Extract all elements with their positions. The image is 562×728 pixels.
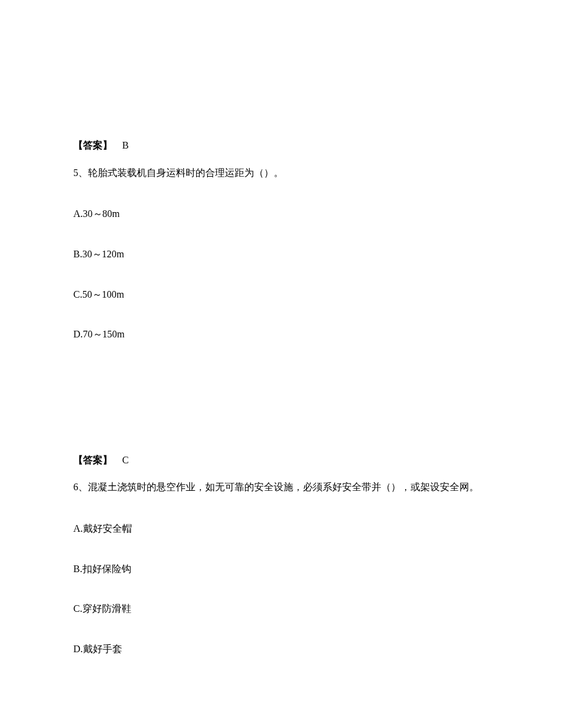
answer-value: B	[122, 140, 129, 150]
question-5-option-d: D.70～150m	[73, 326, 489, 342]
question-6-option-d: D.戴好手套	[73, 641, 489, 657]
answer-label: 【答案】	[73, 140, 112, 150]
answer-value: C	[122, 455, 129, 465]
question-5-option-c: C.50～100m	[73, 287, 489, 303]
answer-block-1: 【答案】 B	[73, 138, 489, 153]
question-6-option-a: A.戴好安全帽	[73, 521, 489, 537]
question-5-text: 5、轮胎式装载机自身运料时的合理运距为（）。	[73, 164, 489, 182]
spacer	[73, 367, 489, 452]
question-5-option-a: A.30～80m	[73, 206, 489, 222]
question-6-option-b: B.扣好保险钩	[73, 561, 489, 577]
document-content: 【答案】 B 5、轮胎式装载机自身运料时的合理运距为（）。 A.30～80m B…	[0, 0, 562, 657]
question-6-text: 6、混凝土浇筑时的悬空作业，如无可靠的安全设施，必须系好安全带并（），或架设安全…	[73, 479, 489, 496]
answer-block-2: 【答案】 C	[73, 452, 489, 468]
question-6-option-c: C.穿好防滑鞋	[73, 601, 489, 617]
question-5-option-b: B.30～120m	[73, 246, 489, 262]
answer-label: 【答案】	[73, 455, 112, 465]
